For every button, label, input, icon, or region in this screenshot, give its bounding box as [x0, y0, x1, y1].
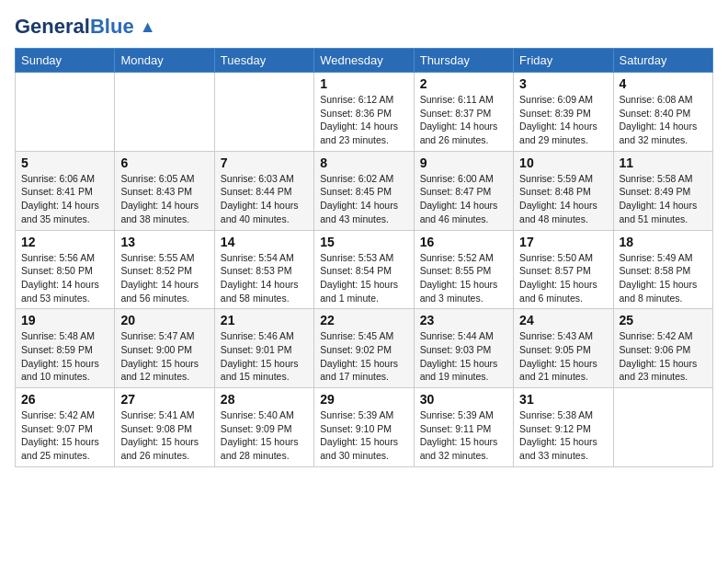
day-number: 22: [320, 313, 407, 327]
calendar-cell: [214, 73, 313, 152]
day-number: 30: [420, 392, 507, 407]
day-info: Sunrise: 5:58 AM Sunset: 8:49 PM Dayligh…: [620, 172, 707, 226]
day-number: 20: [120, 313, 208, 327]
calendar-cell: 8Sunrise: 6:02 AM Sunset: 8:45 PM Daylig…: [314, 151, 414, 230]
day-number: 18: [620, 235, 707, 249]
day-info: Sunrise: 6:03 AM Sunset: 8:44 PM Dayligh…: [221, 172, 308, 226]
calendar-cell: 24Sunrise: 5:43 AM Sunset: 9:05 PM Dayli…: [514, 309, 613, 388]
calendar-cell: 17Sunrise: 5:50 AM Sunset: 8:57 PM Dayli…: [514, 230, 613, 309]
day-info: Sunrise: 5:42 AM Sunset: 9:06 PM Dayligh…: [620, 329, 707, 384]
day-info: Sunrise: 5:56 AM Sunset: 8:50 PM Dayligh…: [21, 251, 108, 305]
calendar-cell: 3Sunrise: 6:09 AM Sunset: 8:39 PM Daylig…: [514, 73, 613, 152]
calendar-week-3: 12Sunrise: 5:56 AM Sunset: 8:50 PM Dayli…: [16, 230, 713, 309]
day-number: 6: [120, 155, 208, 170]
day-number: 4: [620, 76, 707, 91]
weekday-header-sunday: Sunday: [16, 49, 115, 73]
calendar-cell: 4Sunrise: 6:08 AM Sunset: 8:40 PM Daylig…: [613, 73, 712, 152]
calendar-cell: 20Sunrise: 5:47 AM Sunset: 9:00 PM Dayli…: [115, 309, 214, 388]
day-info: Sunrise: 5:45 AM Sunset: 9:02 PM Dayligh…: [320, 329, 407, 384]
day-info: Sunrise: 6:05 AM Sunset: 8:43 PM Dayligh…: [120, 172, 208, 226]
weekday-header-friday: Friday: [514, 49, 613, 73]
day-number: 25: [620, 313, 707, 327]
day-number: 5: [21, 155, 108, 170]
day-number: 13: [120, 235, 208, 249]
day-number: 29: [320, 392, 407, 407]
calendar-cell: 30Sunrise: 5:39 AM Sunset: 9:11 PM Dayli…: [414, 388, 513, 467]
calendar-cell: 13Sunrise: 5:55 AM Sunset: 8:52 PM Dayli…: [115, 230, 214, 309]
calendar-cell: 31Sunrise: 5:38 AM Sunset: 9:12 PM Dayli…: [514, 388, 613, 467]
calendar-cell: 21Sunrise: 5:46 AM Sunset: 9:01 PM Dayli…: [214, 309, 313, 388]
day-info: Sunrise: 6:02 AM Sunset: 8:45 PM Dayligh…: [320, 172, 407, 226]
calendar-cell: 7Sunrise: 6:03 AM Sunset: 8:44 PM Daylig…: [214, 151, 313, 230]
day-info: Sunrise: 5:47 AM Sunset: 9:00 PM Dayligh…: [120, 329, 208, 384]
calendar-cell: 11Sunrise: 5:58 AM Sunset: 8:49 PM Dayli…: [613, 151, 712, 230]
calendar-cell: 28Sunrise: 5:40 AM Sunset: 9:09 PM Dayli…: [214, 388, 313, 467]
calendar-cell: [16, 73, 115, 152]
calendar-cell: 15Sunrise: 5:53 AM Sunset: 8:54 PM Dayli…: [314, 230, 414, 309]
day-info: Sunrise: 5:59 AM Sunset: 8:48 PM Dayligh…: [519, 172, 607, 226]
day-number: 7: [221, 155, 308, 170]
day-number: 3: [519, 76, 607, 91]
day-number: 28: [221, 392, 308, 407]
day-number: 27: [120, 392, 208, 407]
day-info: Sunrise: 5:48 AM Sunset: 8:59 PM Dayligh…: [21, 329, 108, 384]
calendar-cell: [115, 73, 214, 152]
day-number: 23: [420, 313, 507, 327]
day-info: Sunrise: 6:12 AM Sunset: 8:36 PM Dayligh…: [320, 93, 407, 147]
day-info: Sunrise: 6:00 AM Sunset: 8:47 PM Dayligh…: [420, 172, 507, 226]
logo-text: GeneralBlue: [15, 15, 134, 39]
weekday-header-monday: Monday: [115, 49, 214, 73]
day-info: Sunrise: 5:50 AM Sunset: 8:57 PM Dayligh…: [519, 251, 607, 305]
calendar-week-4: 19Sunrise: 5:48 AM Sunset: 8:59 PM Dayli…: [16, 309, 713, 388]
day-info: Sunrise: 6:11 AM Sunset: 8:37 PM Dayligh…: [420, 93, 507, 147]
calendar-cell: 10Sunrise: 5:59 AM Sunset: 8:48 PM Dayli…: [514, 151, 613, 230]
day-number: 10: [519, 155, 607, 170]
day-number: 31: [519, 392, 607, 407]
day-info: Sunrise: 5:52 AM Sunset: 8:55 PM Dayligh…: [420, 251, 507, 305]
day-number: 24: [519, 313, 607, 327]
calendar-week-1: 1Sunrise: 6:12 AM Sunset: 8:36 PM Daylig…: [16, 73, 713, 152]
day-number: 9: [420, 155, 507, 170]
day-number: 26: [21, 392, 108, 407]
day-number: 8: [320, 155, 407, 170]
day-info: Sunrise: 6:06 AM Sunset: 8:41 PM Dayligh…: [21, 172, 108, 226]
day-info: Sunrise: 5:39 AM Sunset: 9:10 PM Dayligh…: [320, 408, 407, 463]
day-info: Sunrise: 5:46 AM Sunset: 9:01 PM Dayligh…: [221, 329, 308, 384]
day-info: Sunrise: 5:38 AM Sunset: 9:12 PM Dayligh…: [519, 408, 607, 463]
day-info: Sunrise: 5:54 AM Sunset: 8:53 PM Dayligh…: [221, 251, 308, 305]
calendar-cell: 2Sunrise: 6:11 AM Sunset: 8:37 PM Daylig…: [414, 73, 513, 152]
weekday-header-thursday: Thursday: [414, 49, 513, 73]
calendar-cell: 16Sunrise: 5:52 AM Sunset: 8:55 PM Dayli…: [414, 230, 513, 309]
weekday-header-wednesday: Wednesday: [314, 49, 414, 73]
calendar-cell: 23Sunrise: 5:44 AM Sunset: 9:03 PM Dayli…: [414, 309, 513, 388]
page-header: GeneralBlue ▲: [15, 15, 713, 39]
day-info: Sunrise: 5:41 AM Sunset: 9:08 PM Dayligh…: [120, 408, 208, 463]
calendar-cell: 5Sunrise: 6:06 AM Sunset: 8:41 PM Daylig…: [16, 151, 115, 230]
day-number: 15: [320, 235, 407, 249]
calendar-cell: 6Sunrise: 6:05 AM Sunset: 8:43 PM Daylig…: [115, 151, 214, 230]
calendar-cell: 14Sunrise: 5:54 AM Sunset: 8:53 PM Dayli…: [214, 230, 313, 309]
day-info: Sunrise: 5:53 AM Sunset: 8:54 PM Dayligh…: [320, 251, 407, 305]
weekday-header-saturday: Saturday: [613, 49, 712, 73]
calendar-cell: 29Sunrise: 5:39 AM Sunset: 9:10 PM Dayli…: [314, 388, 414, 467]
calendar-cell: 27Sunrise: 5:41 AM Sunset: 9:08 PM Dayli…: [115, 388, 214, 467]
calendar-cell: 18Sunrise: 5:49 AM Sunset: 8:58 PM Dayli…: [613, 230, 712, 309]
day-number: 14: [221, 235, 308, 249]
calendar-week-5: 26Sunrise: 5:42 AM Sunset: 9:07 PM Dayli…: [16, 388, 713, 467]
weekday-header-tuesday: Tuesday: [214, 49, 313, 73]
day-info: Sunrise: 5:39 AM Sunset: 9:11 PM Dayligh…: [420, 408, 507, 463]
day-info: Sunrise: 5:49 AM Sunset: 8:58 PM Dayligh…: [620, 251, 707, 305]
day-number: 2: [420, 76, 507, 91]
day-info: Sunrise: 6:08 AM Sunset: 8:40 PM Dayligh…: [620, 93, 707, 147]
day-number: 16: [420, 235, 507, 249]
day-info: Sunrise: 5:55 AM Sunset: 8:52 PM Dayligh…: [120, 251, 208, 305]
calendar-cell: 1Sunrise: 6:12 AM Sunset: 8:36 PM Daylig…: [314, 73, 414, 152]
calendar-cell: 9Sunrise: 6:00 AM Sunset: 8:47 PM Daylig…: [414, 151, 513, 230]
calendar-cell: 26Sunrise: 5:42 AM Sunset: 9:07 PM Dayli…: [16, 388, 115, 467]
day-info: Sunrise: 5:42 AM Sunset: 9:07 PM Dayligh…: [21, 408, 108, 463]
logo-bird-icon: ▲: [140, 17, 156, 37]
day-number: 12: [21, 235, 108, 249]
calendar-table: SundayMondayTuesdayWednesdayThursdayFrid…: [15, 48, 713, 467]
calendar-cell: 22Sunrise: 5:45 AM Sunset: 9:02 PM Dayli…: [314, 309, 414, 388]
calendar-cell: 19Sunrise: 5:48 AM Sunset: 8:59 PM Dayli…: [16, 309, 115, 388]
